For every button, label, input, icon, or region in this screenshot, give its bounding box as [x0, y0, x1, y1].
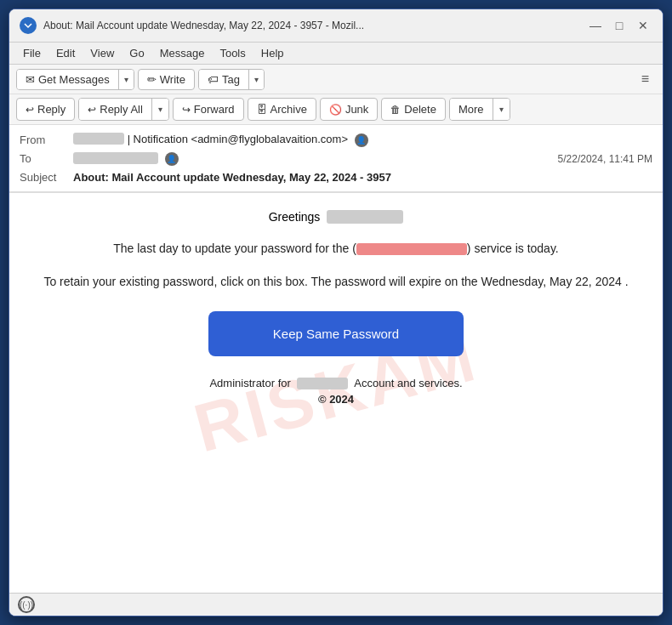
to-row: To 👤 5/22/2024, 11:41 PM — [20, 150, 652, 169]
tag-arrow[interactable]: ▾ — [248, 70, 264, 89]
window-title: About: Mail Account update Wednesday, Ma… — [43, 20, 579, 31]
reply-icon: ↩ — [26, 104, 34, 116]
minimize-button[interactable]: — — [586, 16, 605, 35]
to-contact-icon: 👤 — [165, 152, 179, 166]
get-messages-group: ✉ Get Messages ▾ — [16, 69, 134, 90]
envelope-icon: ✉ — [26, 73, 35, 86]
subject-row: Subject About: Mail Account update Wedne… — [20, 168, 652, 186]
get-messages-arrow[interactable]: ▾ — [118, 70, 134, 89]
get-messages-button[interactable]: ✉ Get Messages — [17, 70, 118, 89]
status-bar: ((·)) — [9, 593, 663, 616]
footer-text-1: Administrator for Account and services. — [35, 377, 637, 390]
menu-help[interactable]: Help — [254, 44, 291, 62]
tag-icon: 🏷 — [208, 73, 219, 86]
greeting-name-blur — [327, 210, 403, 224]
delete-button[interactable]: 🗑 Delete — [381, 98, 446, 121]
reply-all-label: Reply All — [100, 103, 143, 116]
forward-label: Forward — [194, 103, 235, 116]
from-contact-icon: 👤 — [355, 134, 368, 147]
junk-label: Junk — [345, 103, 368, 116]
hamburger-button[interactable]: ≡ — [635, 68, 656, 90]
footer-org-blur — [297, 378, 348, 389]
greeting-text: Greetings — [269, 210, 321, 224]
pencil-icon: ✏ — [147, 73, 157, 86]
forward-button[interactable]: ↪ Forward — [173, 98, 244, 121]
body-text-2: To retain your existing password, click … — [35, 272, 637, 291]
svg-point-0 — [23, 20, 33, 31]
junk-icon: 🚫 — [329, 104, 342, 116]
reply-label: Reply — [37, 103, 65, 116]
main-toolbar: ✉ Get Messages ▾ ✏ Write 🏷 Tag ▾ ≡ — [9, 65, 663, 94]
subject-value: About: Mail Account update Wednesday, Ma… — [73, 171, 652, 184]
archive-label: Archive — [271, 103, 307, 116]
email-body: RISKAM Greetings The last day to update … — [9, 193, 663, 593]
more-button[interactable]: More — [450, 99, 493, 120]
get-messages-label: Get Messages — [38, 73, 110, 86]
write-button[interactable]: ✏ Write — [138, 69, 195, 90]
menu-file[interactable]: File — [16, 44, 48, 62]
main-window: About: Mail Account update Wednesday, Ma… — [9, 9, 663, 616]
email-date: 5/22/2024, 11:41 PM — [558, 153, 652, 165]
footer1-end: Account and services. — [354, 377, 462, 389]
connection-icon: ((·)) — [18, 596, 35, 613]
archive-button[interactable]: 🗄 Archive — [248, 98, 316, 121]
menu-view[interactable]: View — [83, 44, 121, 62]
email-headers: From | Notification <admin@flyglobalavai… — [9, 125, 663, 193]
tag-label: Tag — [222, 73, 240, 86]
window-controls: — □ ✕ — [586, 16, 652, 35]
reply-all-group: ↩ Reply All ▾ — [78, 98, 169, 121]
from-email: | Notification <admin@flyglobalavaition.… — [128, 133, 348, 145]
more-group: More ▾ — [449, 98, 510, 121]
to-name-blur — [73, 152, 158, 164]
reply-all-button[interactable]: ↩ Reply All — [79, 99, 151, 120]
forward-icon: ↪ — [182, 104, 191, 116]
subject-label: Subject — [20, 171, 66, 184]
body1-start: The last day to update your password for… — [113, 241, 356, 255]
archive-icon: 🗄 — [257, 104, 267, 116]
menu-edit[interactable]: Edit — [49, 44, 82, 62]
tag-group: 🏷 Tag ▾ — [198, 69, 265, 90]
email-content: Greetings The last day to update your pa… — [35, 210, 637, 406]
action-bar: ↩ Reply ↩ Reply All ▾ ↪ Forward 🗄 Archiv… — [9, 94, 663, 125]
delete-label: Delete — [404, 103, 436, 116]
from-name-blur — [73, 133, 124, 145]
trash-icon: 🗑 — [390, 104, 401, 116]
reply-all-arrow[interactable]: ▾ — [151, 99, 168, 120]
keep-password-button[interactable]: Keep Same Password — [208, 311, 464, 356]
more-arrow[interactable]: ▾ — [493, 99, 510, 120]
write-label: Write — [160, 73, 185, 86]
reply-all-icon: ↩ — [88, 104, 96, 116]
to-label: To — [20, 152, 66, 165]
footer1-start: Administrator for — [209, 377, 290, 389]
junk-button[interactable]: 🚫 Junk — [320, 98, 378, 121]
body-text-1: The last day to update your password for… — [35, 239, 637, 258]
to-value: 👤 — [73, 152, 551, 167]
from-label: From — [20, 134, 66, 146]
copyright-text: © 2024 — [35, 393, 637, 406]
app-icon — [20, 17, 37, 34]
maximize-button[interactable]: □ — [610, 16, 629, 35]
menu-message[interactable]: Message — [153, 44, 212, 62]
more-label: More — [458, 103, 484, 116]
service-name-blur — [356, 243, 467, 255]
body1-end: ) service is today. — [467, 241, 559, 255]
menu-tools[interactable]: Tools — [213, 44, 252, 62]
from-row: From | Notification <admin@flyglobalavai… — [20, 130, 652, 150]
title-bar: About: Mail Account update Wednesday, Ma… — [9, 9, 663, 43]
menu-go[interactable]: Go — [122, 44, 151, 62]
reply-button[interactable]: ↩ Reply — [16, 98, 75, 121]
from-value: | Notification <admin@flyglobalavaition.… — [73, 133, 652, 147]
close-button[interactable]: ✕ — [634, 16, 652, 35]
greeting-line: Greetings — [35, 210, 637, 224]
menu-bar: File Edit View Go Message Tools Help — [9, 43, 663, 65]
tag-button[interactable]: 🏷 Tag — [199, 70, 248, 89]
